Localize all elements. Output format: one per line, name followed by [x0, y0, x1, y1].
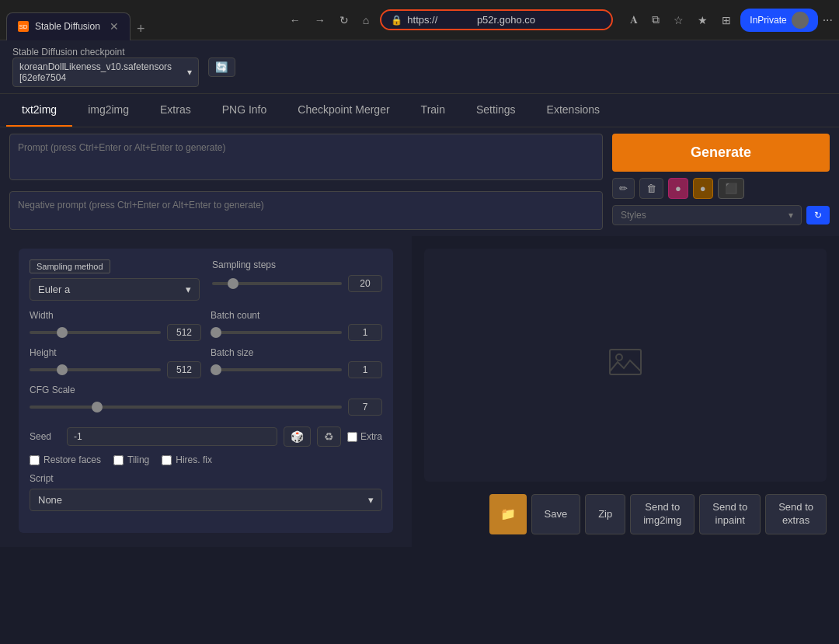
- positive-prompt[interactable]: [9, 134, 603, 180]
- tab-train[interactable]: Train: [406, 94, 461, 127]
- checkpoint-select[interactable]: koreanDollLikeness_v10.safetensors [62ef…: [12, 57, 199, 87]
- tab-png-info[interactable]: PNG Info: [207, 94, 283, 127]
- cfg-value: 7: [348, 399, 382, 416]
- sampling-method-value: Euler a: [38, 284, 70, 295]
- browser-actions: 𝐀 ⧉ ☆ ★ ⊞ InPrivate ···: [625, 9, 833, 32]
- seed-label: Seed: [30, 431, 61, 442]
- send-img2img-button[interactable]: Send to img2img: [630, 494, 695, 534]
- send-extras-button[interactable]: Send to extras: [765, 494, 827, 534]
- tiling-checkbox[interactable]: Tiling: [113, 454, 149, 465]
- tab-img2img[interactable]: img2img: [72, 94, 144, 127]
- negative-prompt[interactable]: [9, 191, 603, 230]
- restore-faces-checkbox[interactable]: Restore faces: [30, 454, 101, 465]
- batch-count-slider[interactable]: [211, 331, 342, 334]
- height-value: 512: [167, 361, 201, 378]
- batch-size-slider[interactable]: [211, 368, 342, 371]
- styles-row: Styles ▾ ↻: [612, 205, 830, 225]
- extra-checkbox-input[interactable]: [347, 432, 357, 442]
- batch-size-label: Batch size: [211, 347, 382, 358]
- styles-refresh-button[interactable]: ↻: [806, 206, 830, 225]
- active-browser-tab[interactable]: SD Stable Diffusion ✕: [6, 12, 131, 40]
- new-tab-button[interactable]: +: [131, 18, 151, 40]
- batch-count-slider-row: 1: [211, 324, 382, 341]
- favorites-button[interactable]: ☆: [669, 11, 688, 30]
- extra-checkbox[interactable]: Extra: [347, 431, 382, 442]
- collections-button[interactable]: ⊞: [717, 11, 736, 30]
- browser-controls: ← → ↻ ⌂: [285, 11, 374, 30]
- two-col-layout: Sampling method Euler a ▾ Sampling steps: [0, 236, 839, 547]
- batch-count-value: 1: [348, 324, 382, 341]
- save-button[interactable]: Save: [531, 494, 581, 534]
- generate-button[interactable]: Generate: [612, 134, 830, 172]
- tab-checkpoint-merger[interactable]: Checkpoint Merger: [282, 94, 405, 127]
- tab-extensions[interactable]: Extensions: [531, 94, 615, 127]
- style-btn-4[interactable]: ●: [693, 178, 713, 199]
- seed-input[interactable]: [67, 427, 277, 446]
- script-label: Script: [30, 473, 382, 484]
- tab-extras[interactable]: Extras: [144, 94, 207, 127]
- seed-recycle-button[interactable]: ♻: [317, 426, 341, 447]
- prompts-column: [9, 134, 603, 230]
- hires-fix-label: Hires. fix: [176, 454, 212, 465]
- checkpoint-info: Stable Diffusion checkpoint koreanDollLi…: [12, 47, 199, 87]
- inprivate-button[interactable]: InPrivate: [740, 9, 817, 32]
- sampling-steps-value: 20: [348, 275, 382, 292]
- cfg-slider[interactable]: [30, 406, 342, 409]
- tab-settings[interactable]: Settings: [461, 94, 531, 127]
- width-value: 512: [167, 324, 201, 341]
- script-select[interactable]: None ▾: [30, 489, 382, 511]
- restore-faces-label: Restore faces: [44, 454, 101, 465]
- cfg-slider-container: 7: [30, 399, 382, 416]
- styles-dropdown[interactable]: Styles ▾: [612, 205, 802, 225]
- refresh-button[interactable]: ↻: [335, 11, 353, 30]
- seed-dice-button[interactable]: 🎲: [284, 426, 311, 447]
- back-button[interactable]: ←: [285, 11, 305, 30]
- tab-title: Stable Diffusion: [35, 21, 103, 32]
- home-button[interactable]: ⌂: [358, 11, 374, 30]
- hires-fix-checkbox[interactable]: Hires. fix: [162, 454, 212, 465]
- batch-count-label: Batch count: [211, 310, 382, 321]
- address-bar-container[interactable]: 🔒: [380, 9, 613, 30]
- params-panel: Sampling method Euler a ▾ Sampling steps: [0, 236, 412, 547]
- settings-panel: Sampling method Euler a ▾ Sampling steps: [19, 249, 393, 533]
- sampling-method-select[interactable]: Euler a ▾: [30, 278, 200, 301]
- batch-count-group: Batch count 1: [211, 310, 382, 341]
- sampling-steps-slider-container: 20: [212, 275, 382, 292]
- user-avatar: [792, 12, 809, 29]
- address-input[interactable]: [407, 14, 602, 26]
- width-slider[interactable]: [30, 331, 161, 334]
- styles-dropdown-icon: ▾: [789, 210, 793, 221]
- bottom-buttons: 📁 Save Zip Send to img2img Send to inpai…: [418, 488, 833, 541]
- sampling-steps-col: Sampling steps 20: [212, 259, 382, 292]
- script-value: None: [38, 494, 62, 506]
- image-output-area: [424, 249, 827, 482]
- style-btn-5[interactable]: ⬛: [718, 178, 744, 199]
- split-screen-button[interactable]: ⧉: [647, 10, 664, 30]
- style-tools: ✏ 🗑 ● ● ⬛: [612, 178, 830, 199]
- read-aloud-button[interactable]: 𝐀: [625, 10, 642, 30]
- more-options-button[interactable]: ···: [823, 13, 833, 27]
- tab-txt2img[interactable]: txt2img: [6, 94, 72, 127]
- restore-faces-input[interactable]: [30, 455, 40, 465]
- checkpoint-bar: Stable Diffusion checkpoint koreanDollLi…: [0, 40, 839, 94]
- style-btn-3[interactable]: ●: [668, 178, 688, 199]
- forward-button[interactable]: →: [310, 11, 330, 30]
- edit-style-button[interactable]: ✏: [612, 178, 635, 199]
- delete-style-button[interactable]: 🗑: [639, 178, 663, 199]
- sampling-method-col: Sampling method Euler a ▾: [30, 259, 200, 301]
- send-inpaint-button[interactable]: Send to inpaint: [699, 494, 761, 534]
- sampling-steps-slider[interactable]: [212, 282, 342, 285]
- height-label: Height: [30, 347, 201, 358]
- tiling-input[interactable]: [113, 455, 124, 465]
- height-slider[interactable]: [30, 368, 161, 371]
- checkpoint-dropdown-icon: ▾: [187, 67, 192, 78]
- cfg-label: CFG Scale: [30, 385, 382, 395]
- tab-close-button[interactable]: ✕: [110, 20, 119, 33]
- zip-button[interactable]: Zip: [585, 494, 625, 534]
- main-tabs: txt2img img2img Extras PNG Info Checkpoi…: [0, 94, 839, 127]
- width-row: Width 512 Batch count 1: [30, 310, 382, 341]
- hires-fix-input[interactable]: [162, 455, 172, 465]
- open-folder-button[interactable]: 📁: [489, 494, 527, 534]
- checkpoint-refresh-button[interactable]: 🔄: [208, 57, 235, 77]
- favorites-bar-button[interactable]: ★: [693, 11, 712, 30]
